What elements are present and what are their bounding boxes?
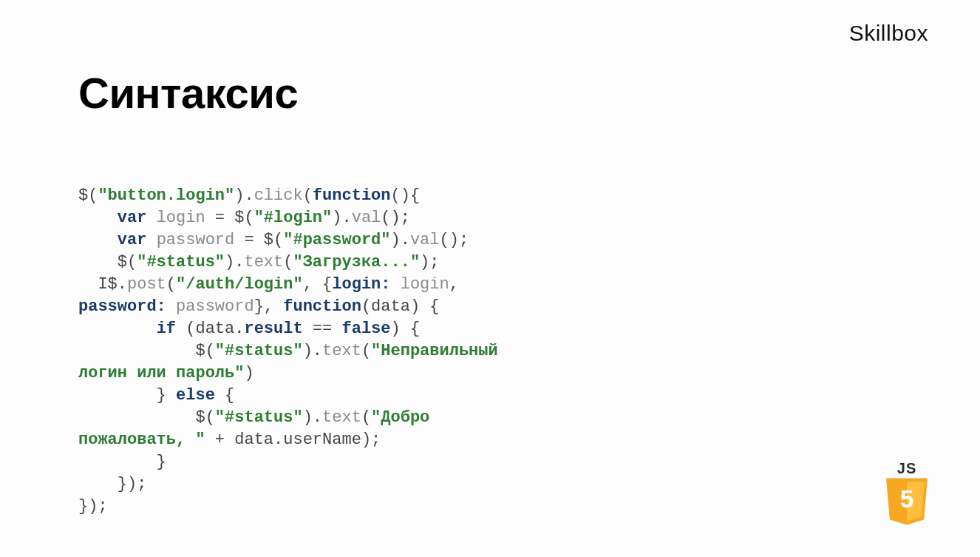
code-line: }	[78, 453, 166, 471]
code-line: пожаловать, " + data.userName);	[78, 431, 381, 449]
js-html5-badge: JS 5	[878, 460, 936, 527]
code-line: $("#status").text("Добро	[78, 408, 429, 427]
code-line: var login = $("#login").val();	[78, 209, 410, 227]
html5-shield-icon: 5	[881, 476, 933, 527]
code-line: if (data.result == false) {	[78, 320, 420, 338]
slide-title: Синтаксис	[78, 68, 298, 118]
code-line: $("button.login").click(function(){	[78, 186, 420, 205]
code-block: $("button.login").click(function(){ var …	[78, 163, 498, 518]
js-badge-text: JS	[878, 460, 936, 477]
code-line: } else {	[78, 386, 234, 405]
code-line: $("#status").text("Неправильный	[78, 342, 498, 360]
code-line: I$.post("/auth/login", {login: login,	[78, 275, 459, 294]
brand-logo: Skillbox	[849, 21, 928, 46]
code-line: });	[78, 475, 146, 493]
code-line: var password = $("#password").val();	[78, 231, 469, 249]
code-line: логин или пароль")	[78, 364, 254, 382]
code-line: password: password}, function(data) {	[78, 297, 440, 316]
code-line: });	[78, 497, 108, 516]
svg-text:5: 5	[900, 485, 914, 513]
code-line: $("#status").text("Загрузка...");	[78, 253, 440, 271]
